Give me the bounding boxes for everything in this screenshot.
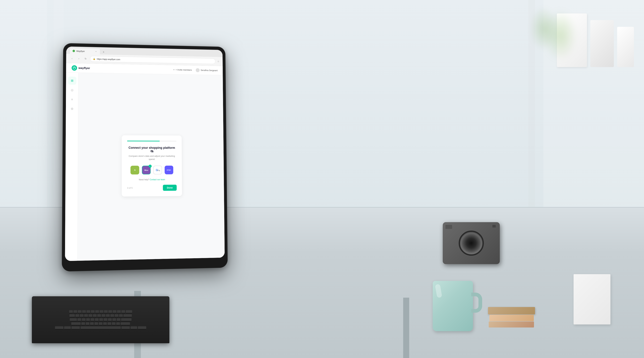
decorative-box-2 (590, 20, 614, 67)
svg-text:Woo: Woo (144, 169, 148, 171)
help-link[interactable]: Contact our team (150, 178, 165, 180)
card-title: Connect your shopping platform 🛍 (127, 146, 176, 153)
svg-point-0 (73, 66, 76, 69)
tablet-screen: Wayflyer × + ‹ › ↻ 🔒 https://app.wayflye… (65, 46, 225, 261)
refresh-button[interactable]: ↻ (83, 56, 88, 61)
sidebar-item-settings[interactable]: ⚙ (68, 105, 76, 113)
onboarding-card: Connect your shopping platform 🛍 Compare… (122, 135, 182, 196)
sidebar-item-reports[interactable]: ≡ (68, 96, 76, 104)
step-counter: 3 of 5 (127, 187, 133, 189)
browser-chrome: Wayflyer × + ‹ › ↻ 🔒 https://app.wayflye… (66, 46, 223, 66)
camera (443, 222, 500, 264)
sidebar-item-analytics[interactable]: ◎ (68, 86, 76, 94)
tab-favicon (72, 50, 75, 52)
invite-members-button[interactable]: + + Invite members (173, 68, 192, 71)
address-bar[interactable]: 🔒 https://app.wayflyer.com (90, 56, 216, 64)
tab-title: Wayflyer (76, 50, 93, 53)
mug (433, 281, 473, 331)
svg-text:Pay: Pay (158, 169, 160, 171)
forward-button[interactable]: › (76, 56, 81, 61)
platform-stripe[interactable]: stripe (165, 166, 174, 174)
user-info[interactable]: Serafina Sergeant (196, 68, 218, 72)
app-main: ⊞ ◎ ≡ ⚙ Con (65, 72, 225, 261)
address-text: https://app.wayflyer.com (97, 58, 213, 62)
app-sidebar: ⊞ ◎ ≡ ⚙ (65, 72, 78, 261)
header-actions: + + Invite members Serafina Sergeant (173, 68, 218, 72)
new-tab-button[interactable]: + (101, 50, 106, 54)
help-prefix: Need help? (139, 178, 149, 181)
paper-stack (574, 274, 610, 324)
svg-text:S: S (134, 169, 136, 171)
sidebar-item-dashboard[interactable]: ⊞ (68, 77, 76, 85)
logo-text: wayflyer (78, 66, 90, 70)
svg-text:stripe: stripe (167, 169, 171, 171)
wayflyer-logo: wayflyer (72, 65, 90, 71)
plant-blur-2 (530, 7, 557, 50)
woo-selected-checkmark: ✓ (148, 164, 152, 168)
page-content: Connect your shopping platform 🛍 Compare… (78, 73, 224, 261)
browser-tab-active[interactable]: Wayflyer × (70, 48, 100, 54)
progress-bar-container (127, 140, 176, 141)
table-leg-2 (403, 298, 409, 358)
platform-google[interactable]: G Pay (153, 166, 162, 174)
card-subtitle: Compare store's data and adjust your mar… (127, 154, 176, 161)
ssl-lock-icon: 🔒 (93, 58, 96, 60)
app-content: wayflyer + + Invite members Serafina Ser… (65, 63, 225, 261)
camera-button (492, 225, 496, 228)
logo-icon (72, 65, 77, 70)
books-stack (488, 307, 535, 328)
decorative-box-3 (617, 27, 634, 67)
done-button[interactable]: Done (163, 184, 176, 191)
user-avatar (196, 68, 200, 72)
platform-woocommerce[interactable]: Woo ✓ (142, 166, 150, 174)
card-footer: 3 of 5 Done (127, 184, 177, 191)
user-name: Serafina Sergeant (200, 69, 218, 72)
tab-close-button[interactable]: × (94, 50, 97, 53)
help-text: Need help? Contact our team (139, 178, 165, 181)
back-button[interactable]: ‹ (70, 56, 74, 61)
bookmark-icon[interactable]: ☆ (217, 60, 220, 63)
tablet-device: Wayflyer × + ‹ › ↻ 🔒 https://app.wayflye… (62, 43, 228, 272)
camera-top-element (446, 225, 452, 229)
invite-icon: + (173, 68, 174, 71)
progress-bar-fill (127, 140, 160, 141)
camera-lens (459, 230, 484, 256)
platform-shopify[interactable]: S (130, 166, 139, 174)
platform-icons: S Woo ✓ (130, 166, 173, 174)
invite-label: + Invite members (176, 68, 192, 71)
keyboard (32, 296, 170, 343)
